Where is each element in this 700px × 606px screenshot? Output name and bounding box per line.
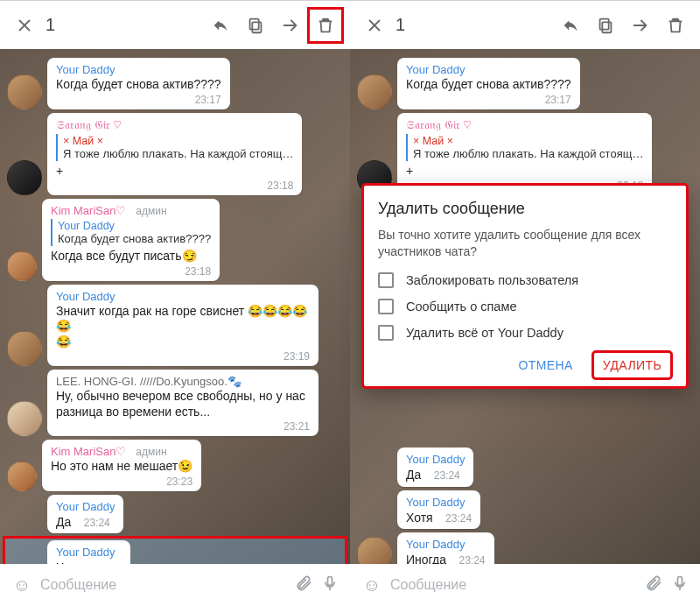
message-time: 23:18 — [185, 265, 211, 278]
svg-rect-5 — [678, 576, 682, 585]
quote-text: Я тоже люблю плакать. На каждой стоящ… — [63, 147, 293, 160]
message-text: Ну, обычно вечером все свободны, но у на… — [56, 389, 310, 419]
message-row[interactable]: Kim MariSan♡ админ Your Daddy Когда буде… — [4, 199, 346, 281]
selected-message-highlight[interactable]: Your Daddy Хотя 23:24 — [4, 537, 346, 564]
delete-icon[interactable] — [658, 8, 693, 43]
message-time: 23:24 — [84, 517, 110, 529]
composer: ☺ — [350, 564, 700, 606]
selected-count: 1 — [46, 15, 55, 35]
svg-rect-1 — [250, 18, 259, 29]
forward-icon[interactable] — [623, 8, 658, 43]
avatar[interactable] — [7, 331, 42, 366]
message-time: 23:23 — [166, 476, 192, 488]
message-text: Значит когда рак на горе свиснет 😂😂😂😂😂 — [56, 304, 310, 335]
avatar — [357, 537, 392, 565]
selection-toolbar: 1 — [350, 0, 700, 49]
message-time: 23:17 — [195, 94, 221, 106]
reply-quote: Your Daddy Когда будет снова актив???? — [51, 219, 211, 246]
message-row[interactable]: Your Daddy Значит когда рак на горе свис… — [4, 285, 346, 367]
message-row[interactable]: 𝔖𝔞𝔯𝔞𝔫𝔤 𝔊𝔦𝔯 ♡ × Май × Я тоже люблю плакат… — [4, 113, 346, 196]
sender-name: 𝔖𝔞𝔯𝔞𝔫𝔤 𝔊𝔦𝔯 ♡ — [56, 118, 293, 132]
message-bubble[interactable]: Your Daddy Хотя 23:24 — [47, 540, 130, 564]
message-row[interactable]: Kim MariSan♡ админ Но это нам не мешает😉… — [4, 440, 346, 491]
emoji-icon[interactable]: ☺ — [7, 575, 37, 595]
message-text: Когда будет снова актив???? — [56, 77, 221, 93]
message-row[interactable]: Your Daddy Когда будет снова актив???? 2… — [4, 58, 346, 109]
message-text: + — [56, 164, 293, 180]
forward-icon[interactable] — [273, 8, 308, 43]
checkbox-label: Сообщить о спаме — [406, 299, 516, 314]
checkbox-report-spam[interactable]: Сообщить о спаме — [378, 299, 672, 314]
message-row[interactable]: Your Daddy Да 23:24 — [4, 495, 346, 534]
svg-rect-2 — [328, 576, 332, 585]
svg-rect-3 — [602, 22, 611, 32]
screenshot-right: 1 Your Daddy Когда будет снова актив????… — [350, 0, 700, 606]
svg-rect-4 — [600, 18, 609, 29]
mic-icon[interactable] — [667, 574, 693, 596]
avatar[interactable] — [7, 462, 37, 491]
svg-rect-0 — [252, 22, 261, 32]
sender-name: Your Daddy — [56, 546, 122, 559]
chat-area[interactable]: Your Daddy Когда будет снова актив???? 2… — [0, 49, 350, 564]
dialog-title: Удалить сообщение — [378, 200, 672, 218]
screenshot-left: 1 Your Daddy Когда будет снова актив????… — [0, 0, 350, 606]
message-text-extra: 😂 — [56, 335, 310, 350]
message-text: Когда все будут писать😏 — [51, 249, 211, 264]
avatar[interactable] — [7, 401, 42, 436]
selected-count: 1 — [396, 15, 405, 35]
copy-icon[interactable] — [238, 8, 273, 43]
quote-sender: Your Daddy — [58, 220, 211, 232]
delete-button[interactable]: УДАЛИТЬ — [592, 351, 672, 379]
sender-name: LEE. HONG-GI. /////Do.Kyungsoo.🐾 — [56, 375, 310, 388]
reply-quote: × Май × Я тоже люблю плакать. На каждой … — [56, 134, 293, 161]
message-time: 23:21 — [284, 420, 310, 433]
message-bubble[interactable]: Your Daddy Да 23:24 — [47, 495, 123, 534]
message-bubble[interactable]: LEE. HONG-GI. /////Do.Kyungsoo.🐾 Ну, обы… — [47, 370, 318, 436]
attach-icon[interactable] — [290, 574, 317, 596]
avatar — [357, 74, 392, 109]
checkbox-icon[interactable] — [378, 325, 394, 341]
message-bubble[interactable]: Your Daddy Когда будет снова актив???? 2… — [47, 58, 230, 109]
message-time: 23:19 — [284, 350, 310, 363]
avatar[interactable] — [7, 251, 37, 281]
sender-name: Your Daddy — [56, 290, 310, 303]
checkbox-icon[interactable] — [378, 272, 394, 288]
sender-name: Kim MariSan♡ админ — [51, 204, 211, 217]
message-bubble[interactable]: 𝔖𝔞𝔯𝔞𝔫𝔤 𝔊𝔦𝔯 ♡ × Май × Я тоже люблю плакат… — [47, 113, 302, 196]
copy-icon[interactable] — [588, 8, 623, 43]
message-bubble[interactable]: Kim MariSan♡ админ Your Daddy Когда буде… — [42, 199, 220, 281]
checkbox-icon[interactable] — [378, 299, 394, 314]
cancel-button[interactable]: ОТМЕНА — [508, 351, 584, 379]
checkbox-label: Удалить всё от Your Daddy — [406, 326, 564, 340]
reply-icon[interactable] — [553, 8, 588, 43]
message-row[interactable]: LEE. HONG-GI. /////Do.Kyungsoo.🐾 Ну, обы… — [4, 370, 346, 436]
message-bubble[interactable]: Your Daddy Значит когда рак на горе свис… — [47, 285, 318, 367]
avatar[interactable] — [7, 160, 42, 195]
mic-icon[interactable] — [317, 574, 343, 596]
dialog-description: Вы точно хотите удалить сообщение для вс… — [378, 227, 672, 260]
sender-name: Your Daddy — [56, 63, 221, 76]
message-input[interactable] — [37, 572, 290, 598]
sender-name: Your Daddy — [56, 500, 115, 513]
close-icon[interactable] — [7, 8, 42, 43]
checkbox-delete-all-from-user[interactable]: Удалить всё от Your Daddy — [378, 325, 672, 341]
quote-sender: × Май × — [63, 135, 293, 147]
sender-name: Kim MariSan♡ админ — [51, 445, 192, 458]
message-bubble[interactable]: Kim MariSan♡ админ Но это нам не мешает😉… — [42, 440, 201, 491]
checkbox-block-user[interactable]: Заблокировать пользователя — [378, 272, 672, 288]
close-icon[interactable] — [357, 8, 392, 43]
selection-toolbar: 1 — [0, 0, 350, 49]
message-text: Но это нам не мешает😉 — [51, 459, 192, 475]
attach-icon[interactable] — [640, 574, 667, 596]
message-time: 23:18 — [267, 180, 293, 192]
message-text: Да — [56, 515, 71, 529]
checkbox-label: Заблокировать пользователя — [406, 273, 578, 287]
delete-dialog: Удалить сообщение Вы точно хотите удалит… — [362, 184, 688, 388]
quote-text: Когда будет снова актив???? — [58, 232, 211, 245]
message-input[interactable] — [387, 572, 640, 598]
avatar[interactable] — [7, 74, 42, 109]
emoji-icon[interactable]: ☺ — [357, 575, 387, 595]
composer: ☺ — [0, 564, 350, 606]
delete-icon[interactable] — [308, 8, 343, 43]
reply-icon[interactable] — [203, 8, 238, 43]
